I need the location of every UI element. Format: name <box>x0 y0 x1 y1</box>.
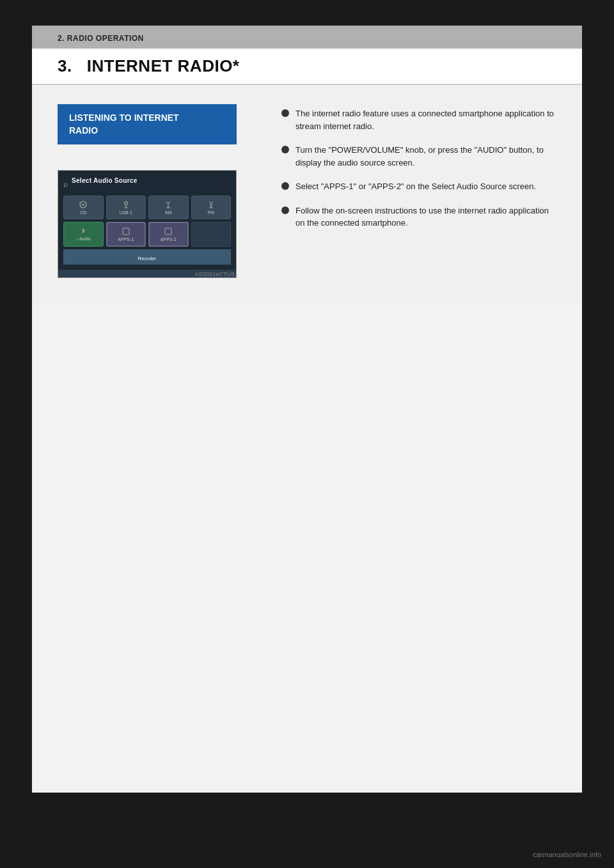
svg-rect-16 <box>123 228 129 235</box>
svg-line-12 <box>209 201 211 204</box>
fm-label: FM <box>208 210 214 215</box>
inner-page: 2. RADIO OPERATION 3. INTERNET RADIO* LI… <box>32 26 582 793</box>
svg-rect-5 <box>124 203 125 204</box>
screen-item-usb1[interactable]: USB 1 <box>106 196 146 219</box>
bullet-circle-2 <box>281 146 289 153</box>
screen-item-bt-audio[interactable]: ♪ Audio <box>63 222 104 247</box>
page-title-section: 3. INTERNET RADIO* <box>32 49 582 85</box>
bluetooth-icon <box>79 226 88 235</box>
bullet-circle-4 <box>281 206 289 214</box>
page-title-label: INTERNET RADIO* <box>87 56 240 75</box>
am-label: AM <box>165 210 172 215</box>
left-column: LISTENING TO INTERNET RADIO ⌕ Select Aud… <box>58 104 262 278</box>
screen-item-cd[interactable]: CD <box>63 196 104 219</box>
section-header-band: 2. RADIO OPERATION <box>32 26 582 49</box>
screen-grid-row2: ♪ Audio APPS-1 <box>63 222 231 247</box>
screen-caption: ASS001eCTUS <box>58 271 236 277</box>
bullet-circle-3 <box>281 182 289 190</box>
screen-item-apps2[interactable]: APPS-2 <box>148 222 189 247</box>
bt-audio-label: ♪ Audio <box>76 236 91 241</box>
main-content: LISTENING TO INTERNET RADIO ⌕ Select Aud… <box>32 85 582 304</box>
screen-item-fm[interactable]: FM <box>191 196 232 219</box>
screen-item-apps1[interactable]: APPS-1 <box>106 222 146 247</box>
right-column: The internet radio feature uses a connec… <box>281 104 556 229</box>
svg-rect-6 <box>127 203 128 204</box>
section-header-label: 2. RADIO OPERATION <box>58 34 144 43</box>
bullet-text-1: The internet radio feature uses a connec… <box>295 107 556 132</box>
screen-title: Select Audio Source <box>72 177 138 184</box>
bullet-text-2: Turn the "POWER/VOLUME" knob, or press t… <box>295 144 556 169</box>
bullet-text-3: Select "APPS-1" or "APPS-2" on the Selec… <box>295 180 556 193</box>
listening-box-title: LISTENING TO INTERNET RADIO <box>69 112 225 137</box>
am-icon <box>164 200 173 209</box>
screen-inner: ⌕ Select Audio Source <box>58 171 236 270</box>
svg-rect-17 <box>165 228 171 235</box>
listening-box: LISTENING TO INTERNET RADIO <box>58 104 237 144</box>
audio-source-screen: ⌕ Select Audio Source <box>58 170 237 278</box>
svg-line-13 <box>211 201 213 204</box>
apps1-icon <box>122 227 130 236</box>
usb1-label: USB 1 <box>120 210 132 215</box>
screen-item-empty <box>191 222 232 247</box>
apps2-icon <box>164 227 173 236</box>
bullet-item-2: Turn the "POWER/VOLUME" knob, or press t… <box>281 144 556 169</box>
page-title: 3. INTERNET RADIO* <box>58 56 239 75</box>
apps1-label: APPS-1 <box>118 237 134 242</box>
svg-line-8 <box>166 201 168 204</box>
bullet-circle-1 <box>281 109 289 117</box>
bullet-item-1: The internet radio feature uses a connec… <box>281 107 556 132</box>
content-row: LISTENING TO INTERNET RADIO ⌕ Select Aud… <box>58 104 556 278</box>
screen-search-icon: ⌕ <box>63 180 68 189</box>
reorder-label: Reorder <box>138 256 157 261</box>
cd-icon <box>79 200 88 209</box>
apps2-label: APPS-2 <box>161 237 177 242</box>
bullet-item-4: Follow the on-screen instructions to use… <box>281 205 556 229</box>
cd-label: CD <box>80 210 86 215</box>
outer-page: 2. RADIO OPERATION 3. INTERNET RADIO* LI… <box>0 0 614 868</box>
watermark: carmanualsonline.info <box>533 851 601 858</box>
screen-item-am[interactable]: AM <box>148 196 189 219</box>
fm-icon <box>207 200 216 209</box>
bullet-item-3: Select "APPS-1" or "APPS-2" on the Selec… <box>281 180 556 193</box>
svg-line-9 <box>168 201 170 204</box>
usb-icon <box>122 200 130 209</box>
reorder-bar[interactable]: Reorder <box>63 249 231 265</box>
screen-grid-row1: CD <box>63 196 231 219</box>
svg-point-1 <box>83 204 84 206</box>
page-title-number: 3. <box>58 56 72 75</box>
bullet-text-4: Follow the on-screen instructions to use… <box>295 205 556 229</box>
